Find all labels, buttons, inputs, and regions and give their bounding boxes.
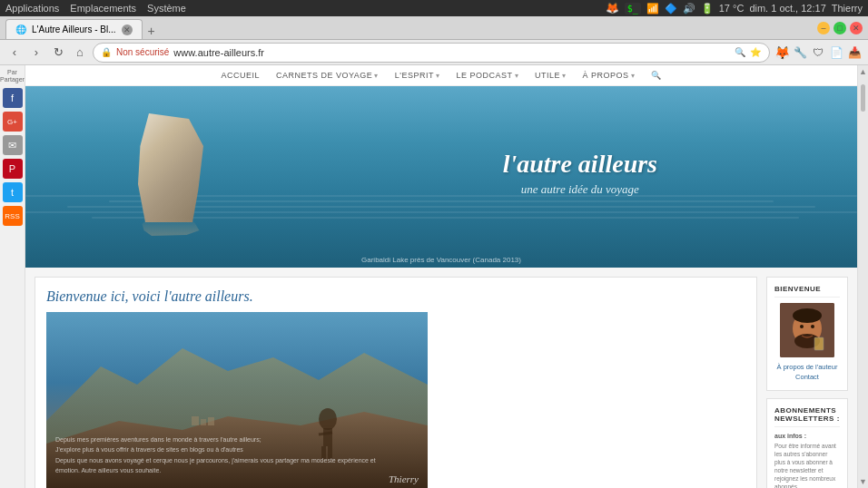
hero-caption: Garibaldi Lake près de Vancouver (Canada…	[361, 256, 521, 264]
rock-shape	[134, 113, 207, 222]
mail-share-button[interactable]: ✉	[3, 135, 23, 155]
svg-rect-4	[201, 419, 206, 425]
scroll-track[interactable]	[858, 78, 868, 475]
tab-close-button[interactable]: ✕	[122, 24, 133, 35]
tab-title: L'Autre Ailleurs - Bl...	[32, 24, 116, 34]
nav-utile-arrow: ▾	[562, 72, 567, 80]
nav-apropos-arrow: ▾	[631, 72, 636, 80]
svg-point-13	[793, 308, 822, 323]
new-tab-button[interactable]: +	[143, 23, 161, 39]
facebook-share-button[interactable]: f	[3, 88, 23, 108]
article-text-overlay: Depuis mes premières aventures dans le m…	[55, 434, 419, 475]
nav-apropos[interactable]: À PROPOS ▾	[583, 71, 636, 80]
network-icon: 📶	[646, 3, 659, 15]
rock-reflection	[139, 218, 202, 236]
extension-icon-1[interactable]: 🔧	[792, 44, 808, 61]
scrollbar[interactable]: ▲ ▼	[857, 65, 868, 488]
twitter-share-button[interactable]: t	[3, 182, 23, 202]
site-tagline: une autre idée du voyage	[503, 182, 657, 197]
googleplus-share-button[interactable]: G+	[3, 112, 23, 132]
extension-icon-3[interactable]: 📄	[828, 44, 844, 61]
url-display: www.autre-ailleurs.fr	[173, 47, 729, 58]
maximize-button[interactable]: □	[833, 22, 846, 34]
hero-banner: l'autre ailleurs une autre idée du voyag…	[25, 86, 857, 268]
social-share-bar: Par Partager f G+ ✉ P t RSS	[0, 65, 25, 488]
hero-text: l'autre ailleurs une autre idée du voyag…	[503, 150, 657, 197]
nav-utile[interactable]: UTILE ▾	[535, 71, 567, 80]
sidebar-bienvenue-title: BIENVENUE	[774, 285, 840, 298]
newsletter-description: Pour être informé avant les autres s'abo…	[774, 442, 840, 488]
svg-rect-5	[208, 417, 214, 425]
nav-utile-label: UTILE	[535, 71, 560, 80]
address-bar-actions: 🔍 ⭐	[734, 46, 762, 59]
security-icon: 🔒	[101, 47, 112, 57]
address-bar-row: ‹ › ↻ ⌂ 🔒 Non sécurisé www.autre-ailleur…	[0, 40, 868, 65]
systeme-menu[interactable]: Système	[147, 3, 186, 14]
hero-rock	[125, 113, 216, 240]
content-row: Bienvenue ici, voici l'autre ailleurs.	[25, 268, 857, 488]
article-body-text: Depuis mes premières aventures dans le m…	[55, 434, 419, 475]
article-image: Depuis mes premières aventures dans le m…	[46, 312, 428, 488]
browser-tab-bar: 🌐 L'Autre Ailleurs - Bl... ✕ + – □ ✕	[0, 16, 868, 40]
site-title: l'autre ailleurs	[503, 150, 657, 179]
close-button[interactable]: ✕	[850, 22, 863, 34]
browser-toolbar: 🦊 🔧 🛡 📄 📥	[774, 44, 863, 61]
scroll-thumb[interactable]	[861, 84, 865, 112]
sidebar: BIENVENUE	[766, 277, 848, 488]
emplacements-menu[interactable]: Emplacements	[70, 3, 136, 14]
forward-button[interactable]: ›	[27, 44, 45, 62]
active-tab[interactable]: 🌐 L'Autre Ailleurs - Bl... ✕	[5, 19, 143, 39]
share-label: Par Partager	[0, 69, 25, 83]
battery-icon: 🔋	[701, 3, 714, 15]
minimize-button[interactable]: –	[817, 22, 830, 34]
extension-icon-4[interactable]: 📥	[846, 44, 863, 61]
svg-point-16	[811, 325, 814, 328]
pinterest-share-button[interactable]: P	[3, 159, 23, 179]
tab-container: 🌐 L'Autre Ailleurs - Bl... ✕ +	[5, 16, 808, 39]
scroll-up-button[interactable]: ▲	[858, 65, 868, 78]
author-photo	[780, 303, 834, 357]
extension-icon-2[interactable]: 🛡	[810, 44, 826, 61]
nav-carnets-arrow: ▾	[374, 72, 379, 80]
svg-rect-17	[814, 337, 824, 350]
newsletter-title: ABONNEMENTS NEWSLETTERS :	[774, 406, 840, 427]
nav-apropos-label: À PROPOS	[583, 71, 629, 80]
nav-esprit[interactable]: L'ESPRIT ▾	[395, 71, 440, 80]
firefox-icon: 🦊	[606, 2, 619, 15]
datetime-display: dim. 1 oct., 12:17	[749, 3, 825, 14]
reload-button[interactable]: ↻	[49, 44, 67, 62]
article-signature: Thierry	[389, 473, 419, 484]
window-controls: – □ ✕	[817, 22, 863, 34]
search-icon[interactable]: 🔍	[734, 46, 746, 59]
applications-menu[interactable]: Applications	[5, 3, 59, 14]
site-navigation: ACCUEIL CARNETS DE VOYAGE ▾ L'ESPRIT ▾ L…	[25, 65, 857, 86]
rss-button[interactable]: RSS	[3, 206, 23, 226]
home-button[interactable]: ⌂	[71, 44, 89, 62]
nav-podcast-label: LE PODCAST	[457, 71, 513, 80]
contact-link[interactable]: Contact	[774, 373, 840, 381]
browser-content: Par Partager f G+ ✉ P t RSS ACCUEIL CARN…	[0, 65, 868, 488]
about-author-link[interactable]: À propos de l'auteur	[774, 363, 840, 371]
bluetooth-icon: 🔷	[665, 3, 677, 15]
nav-podcast[interactable]: LE PODCAST ▾	[457, 71, 519, 80]
scroll-down-button[interactable]: ▼	[858, 475, 868, 488]
page-content[interactable]: ACCUEIL CARNETS DE VOYAGE ▾ L'ESPRIT ▾ L…	[25, 65, 857, 488]
nav-accueil[interactable]: ACCUEIL	[221, 71, 260, 80]
nav-esprit-label: L'ESPRIT	[395, 71, 434, 80]
system-bar: Applications Emplacements Système 🦊 $_ 📶…	[0, 0, 868, 16]
bookmark-icon[interactable]: ⭐	[749, 46, 762, 59]
firefox-icon: 🦊	[774, 44, 790, 61]
nav-accueil-label: ACCUEIL	[221, 71, 260, 80]
author-photo-svg	[780, 303, 834, 357]
nav-search-icon[interactable]: 🔍	[651, 71, 662, 80]
svg-point-6	[319, 408, 337, 430]
nav-podcast-arrow: ▾	[515, 72, 519, 80]
back-button[interactable]: ‹	[5, 44, 24, 62]
article-title: Bienvenue ici, voici l'autre ailleurs.	[46, 288, 745, 305]
nav-carnets[interactable]: CARNETS DE VOYAGE ▾	[276, 71, 379, 80]
volume-icon: 🔊	[683, 3, 695, 15]
address-bar[interactable]: 🔒 Non sécurisé www.autre-ailleurs.fr 🔍 ⭐	[93, 43, 770, 63]
user-display[interactable]: Thierry	[832, 3, 863, 14]
tab-favicon: 🌐	[15, 24, 26, 34]
nav-carnets-label: CARNETS DE VOYAGE	[276, 71, 372, 80]
